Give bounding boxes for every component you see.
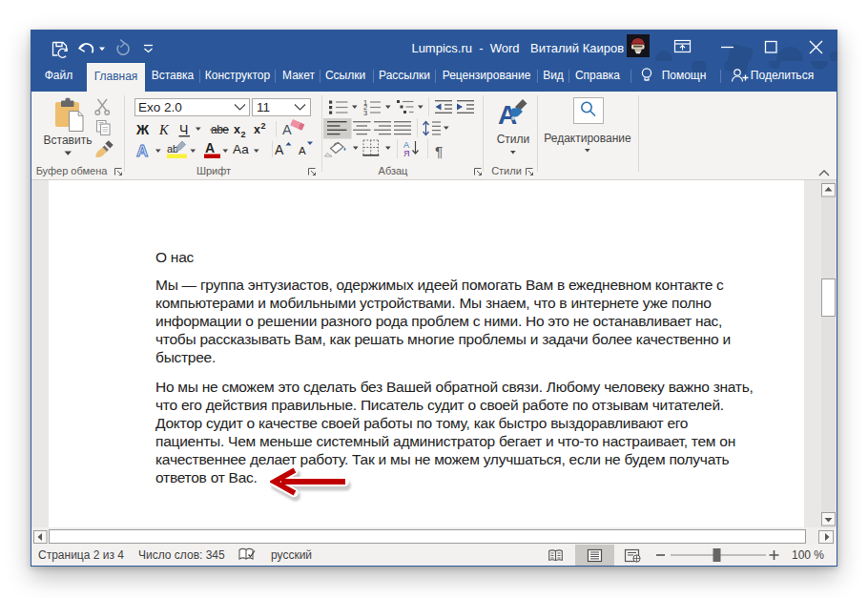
svg-text:А: А	[275, 142, 284, 157]
svg-text:11: 11	[257, 100, 270, 114]
svg-text:x: x	[254, 123, 260, 136]
svg-text:3: 3	[363, 109, 367, 117]
svg-text:А: А	[205, 140, 215, 155]
svg-text:А: А	[282, 122, 292, 137]
svg-text:Ч: Ч	[179, 122, 188, 137]
svg-text:¶: ¶	[435, 143, 443, 159]
svg-text:А: А	[136, 142, 148, 160]
svg-text:А: А	[403, 140, 409, 150]
svg-text:Аа: Аа	[233, 142, 249, 156]
svg-text:Я: Я	[403, 149, 410, 158]
svg-text:Exo 2.0: Exo 2.0	[138, 100, 182, 114]
svg-text:Ж: Ж	[135, 122, 150, 137]
svg-text:2: 2	[261, 121, 266, 131]
svg-text:А: А	[299, 145, 306, 156]
svg-text:x: x	[234, 123, 240, 136]
svg-text:К: К	[158, 122, 170, 137]
svg-text:2: 2	[241, 130, 246, 139]
